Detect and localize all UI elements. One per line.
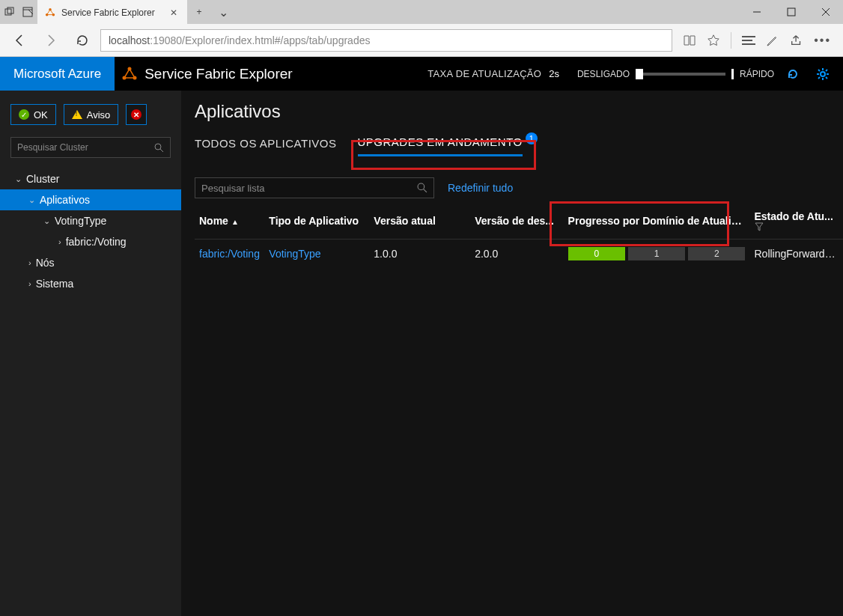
tree-cluster[interactable]: ⌄ Cluster — [10, 168, 171, 189]
warning-icon — [72, 110, 82, 119]
favorite-icon[interactable] — [707, 34, 720, 47]
svg-point-27 — [155, 144, 161, 150]
tree-votingtype[interactable]: ⌄ VotingType — [10, 210, 171, 231]
filter-icon[interactable] — [755, 222, 839, 231]
notes-icon[interactable] — [766, 34, 779, 47]
share-icon[interactable] — [790, 34, 803, 47]
col-apptype[interactable]: Tipo de Aplicativo — [264, 204, 369, 240]
app-header: Microsoft Azure Service Fabric Explorer … — [0, 57, 843, 91]
tree-system[interactable]: › Sistema — [10, 273, 171, 294]
back-button[interactable] — [6, 27, 33, 54]
ok-icon: ✓ — [19, 109, 29, 120]
site-favicon-icon — [45, 7, 55, 18]
col-target-version[interactable]: Versão de des... — [470, 204, 563, 240]
filter-error-button[interactable]: ✕ — [126, 104, 147, 125]
svg-rect-1 — [7, 7, 13, 13]
refresh-rate-value: 2s — [549, 68, 559, 79]
window-minimize-button[interactable] — [740, 0, 774, 24]
sidebar-toggle-icon[interactable] — [22, 7, 33, 17]
filter-ok-button[interactable]: ✓ OK — [10, 104, 56, 125]
browser-titlebar: Service Fabric Explorer ✕ + ⌄ — [0, 0, 843, 24]
chevron-right-icon: › — [28, 258, 31, 267]
tree-nodes-label: Nós — [36, 257, 55, 269]
refresh-slider[interactable]: DESLIGADO RÁPIDO — [577, 69, 774, 79]
filter-warning-button[interactable]: Aviso — [64, 104, 119, 125]
list-search-placeholder: Pesquisar lista — [201, 183, 265, 194]
tree-applications-label: Aplicativos — [40, 194, 90, 206]
refresh-button[interactable] — [69, 27, 96, 54]
url-input[interactable]: localhost:19080/Explorer/index.html#/app… — [100, 29, 672, 52]
svg-line-25 — [826, 70, 827, 71]
upgrade-domain-0: 0 — [568, 247, 625, 260]
svg-line-23 — [818, 70, 820, 71]
filter-ok-label: OK — [34, 109, 48, 121]
refresh-rate-label: TAXA DE ATUALIZAÇÃO — [427, 68, 541, 79]
chevron-down-icon: ⌄ — [28, 195, 35, 205]
url-host: localhost — [109, 34, 150, 46]
azure-brand[interactable]: Microsoft Azure — [0, 57, 115, 91]
chevron-right-icon: › — [28, 279, 31, 288]
settings-button[interactable] — [812, 67, 834, 81]
svg-rect-0 — [5, 9, 11, 15]
table-row[interactable]: fabric:/Voting VotingType 1.0.0 2.0.0 0 … — [195, 240, 843, 269]
page-title: Aplicativos — [195, 101, 843, 122]
svg-point-29 — [418, 183, 424, 190]
col-current-version[interactable]: Versão atual — [369, 204, 470, 240]
tree-applications[interactable]: ⌄ Aplicativos — [0, 189, 181, 210]
close-tab-icon[interactable]: ✕ — [170, 7, 177, 18]
chevron-right-icon: › — [58, 237, 61, 246]
tree-nodes[interactable]: › Nós — [10, 252, 171, 273]
app-title: Service Fabric Explorer — [144, 66, 292, 82]
forward-button[interactable] — [37, 27, 64, 54]
list-search-input[interactable]: Pesquisar lista — [195, 177, 434, 198]
tree-votingtype-label: VotingType — [55, 215, 106, 227]
reset-filter-link[interactable]: Redefinir tudo — [448, 182, 513, 194]
sidebar: ✓ OK Aviso ✕ Pesquisar Cluster ⌄ Cluster — [0, 91, 181, 616]
slider-end-marker — [731, 69, 734, 79]
refresh-now-button[interactable] — [782, 67, 804, 81]
refresh-slow-label: DESLIGADO — [577, 69, 630, 79]
new-tab-button[interactable]: + — [187, 0, 211, 24]
svg-rect-9 — [788, 8, 795, 16]
upgrade-state: RollingForwardPe... — [750, 240, 844, 269]
svg-point-18 — [821, 72, 825, 76]
applications-table: Nome▲ Tipo de Aplicativo Versão atual Ve… — [195, 204, 843, 268]
window-maximize-button[interactable] — [774, 0, 809, 24]
tree-cluster-label: Cluster — [26, 173, 59, 185]
tree-voting-app[interactable]: › fabric:/Voting — [10, 231, 171, 252]
tab-upgrades-in-progress[interactable]: UPGRADES EM ANDAMENTO — [358, 135, 523, 156]
reading-view-icon[interactable] — [683, 34, 696, 47]
service-fabric-logo-icon — [115, 66, 144, 82]
url-path: :19080/Explorer/index.html#/apps/tab/upg… — [150, 34, 370, 46]
upgrade-domain-2: 2 — [688, 247, 745, 260]
col-upgrade-state[interactable]: Estado de Atu... — [750, 204, 844, 240]
app-type-link[interactable]: VotingType — [269, 248, 320, 260]
cluster-search-input[interactable]: Pesquisar Cluster — [10, 137, 171, 158]
app-name-link[interactable]: fabric:/Voting — [199, 248, 260, 260]
upgrade-domain-progress: 0 1 2 — [564, 240, 750, 269]
chevron-down-icon: ⌄ — [43, 216, 50, 226]
target-version: 2.0.0 — [470, 240, 563, 269]
window-close-button[interactable] — [809, 0, 843, 24]
filter-warning-label: Aviso — [87, 109, 111, 121]
col-name-label: Nome — [199, 215, 228, 227]
search-icon — [417, 183, 427, 193]
hub-icon[interactable] — [742, 34, 755, 47]
tree-voting-app-label: fabric:/Voting — [66, 236, 127, 248]
sort-asc-icon: ▲ — [231, 218, 239, 226]
col-name[interactable]: Nome▲ — [195, 204, 264, 240]
browser-tab[interactable]: Service Fabric Explorer ✕ — [37, 0, 187, 24]
main-content: Aplicativos TODOS OS APLICATIVOS UPGRADE… — [181, 91, 843, 616]
window-group-icon[interactable] — [4, 7, 15, 17]
col-upgrade-progress[interactable]: Progresso por Domínio de Atualização — [564, 204, 750, 240]
search-icon — [154, 143, 164, 153]
upgrade-domain-1: 1 — [628, 247, 685, 260]
tab-all-applications[interactable]: TODOS OS APLICATIVOS — [195, 137, 337, 156]
tab-chevron-icon[interactable]: ⌄ — [211, 0, 235, 24]
svg-line-24 — [826, 77, 827, 79]
cluster-search-placeholder: Pesquisar Cluster — [17, 142, 88, 153]
svg-line-26 — [818, 77, 820, 79]
error-icon: ✕ — [131, 109, 141, 120]
tree-system-label: Sistema — [36, 278, 74, 290]
more-icon[interactable]: ••• — [814, 34, 831, 47]
